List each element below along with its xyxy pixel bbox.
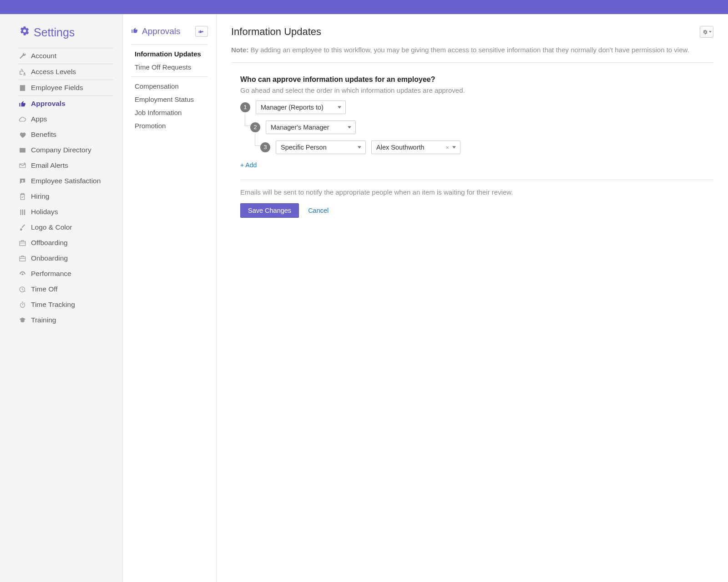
top-bar: [0, 0, 728, 14]
approver-steps: 1 Manager (Reports to) 2 Manager's Manag…: [240, 100, 713, 154]
chevron-down-icon: [348, 126, 351, 128]
form-icon: [18, 84, 26, 92]
sidebar-item-access-levels[interactable]: Access Levels: [18, 64, 113, 80]
sidebar-item-approvals[interactable]: Approvals: [18, 96, 113, 111]
cloud-icon: [18, 115, 26, 123]
app-container: Settings Account Access Levels Employee …: [0, 14, 728, 582]
sidebar-item-offboarding[interactable]: Offboarding: [18, 235, 113, 251]
clock-minus-icon: [18, 285, 26, 293]
sidebar-item-label: Performance: [31, 270, 71, 278]
sidebar-item-label: Benefits: [31, 130, 56, 139]
subnav-item-job-information[interactable]: Job Information: [131, 106, 208, 119]
gear-icon: [702, 29, 708, 35]
sidebar-group-main: Approvals Apps Benefits Company Director…: [18, 95, 113, 328]
calendar-columns-icon: [18, 208, 26, 216]
select-value: Manager's Manager: [271, 124, 329, 131]
chevron-down-icon: [358, 146, 361, 148]
stopwatch-icon: [18, 301, 26, 309]
sidebar-item-label: Access Levels: [31, 68, 76, 76]
settings-heading-text: Settings: [34, 26, 75, 39]
sidebar-item-label: Employee Fields: [31, 84, 83, 92]
step-number-badge: 3: [260, 142, 270, 152]
svg-point-1: [20, 303, 25, 307]
sidebar-item-logo-color[interactable]: Logo & Color: [18, 220, 113, 235]
page-title: Information Updates: [231, 26, 321, 38]
subnav-title-text: Approvals: [142, 26, 181, 36]
sidebar-item-hiring[interactable]: Hiring: [18, 189, 113, 204]
subnav-header: Approvals: [131, 26, 208, 37]
question-subtitle: Go ahead and select the order in which i…: [240, 86, 713, 94]
sidebar-item-label: Time Off: [31, 285, 58, 293]
sidebar-item-training[interactable]: Training: [18, 312, 113, 328]
step-number-badge: 1: [240, 102, 250, 112]
clipboard-check-icon: [18, 192, 26, 201]
note-text: Note: By adding an employee to this work…: [231, 45, 713, 63]
workflow-config: Who can approve information updates for …: [231, 75, 713, 218]
chat-heart-icon: [18, 177, 26, 185]
sidebar-item-label: Approvals: [31, 100, 66, 108]
sidebar-item-label: Onboarding: [31, 254, 68, 262]
paintbrush-icon: [18, 223, 26, 231]
approver-type-select[interactable]: Specific Person: [276, 140, 366, 154]
thumbs-up-icon: [131, 26, 138, 36]
sidebar-group-access: Access Levels: [18, 64, 113, 80]
sidebar-item-time-off[interactable]: Time Off: [18, 281, 113, 297]
approver-step-2: 2 Manager's Manager: [250, 120, 713, 134]
main-header: Information Updates: [231, 26, 713, 38]
main-content: Information Updates Note: By adding an e…: [217, 14, 728, 582]
approver-type-select[interactable]: Manager's Manager: [266, 120, 356, 134]
save-button[interactable]: Save Changes: [240, 203, 299, 218]
specific-person-select[interactable]: Alex Southworth ×: [371, 140, 460, 154]
thumbs-up-icon: [18, 100, 26, 108]
add-approval-button[interactable]: [195, 26, 208, 37]
cancel-link[interactable]: Cancel: [308, 207, 329, 214]
wrench-icon: [18, 52, 26, 60]
sidebar-item-holidays[interactable]: Holidays: [18, 204, 113, 220]
sidebar-settings: Settings Account Access Levels Employee …: [0, 14, 123, 582]
sidebar-item-employee-satisfaction[interactable]: Employee Satisfaction: [18, 173, 113, 189]
sidebar-item-employee-fields[interactable]: Employee Fields: [18, 80, 113, 95]
approver-step-3: 3 Specific Person Alex Southworth ×: [260, 140, 713, 154]
sidebar-item-company-directory[interactable]: Company Directory: [18, 142, 113, 158]
sidebar-item-benefits[interactable]: Benefits: [18, 127, 113, 142]
subnav-item-promotion[interactable]: Promotion: [131, 119, 208, 132]
grad-cap-icon: [18, 316, 26, 324]
subnav-item-time-off-requests[interactable]: Time Off Requests: [131, 60, 208, 74]
form-actions: Save Changes Cancel: [240, 203, 713, 218]
sidebar-item-performance[interactable]: Performance: [18, 266, 113, 281]
settings-heading: Settings: [18, 25, 113, 40]
sidebar-item-email-alerts[interactable]: Email Alerts: [18, 158, 113, 173]
approver-type-select[interactable]: Manager (Reports to): [256, 100, 346, 114]
chevron-down-icon: [709, 31, 712, 33]
step-number-badge: 2: [250, 122, 260, 132]
id-card-icon: [18, 146, 26, 154]
sidebar-item-apps[interactable]: Apps: [18, 111, 113, 127]
briefcase-icon: [18, 254, 26, 262]
subnav-item-employment-status[interactable]: Employment Status: [131, 93, 208, 106]
gears-icon: [18, 25, 30, 40]
sidebar-item-label: Apps: [31, 115, 47, 123]
select-value: Specific Person: [281, 144, 327, 151]
clear-icon[interactable]: ×: [445, 144, 449, 151]
sidebar-item-label: Email Alerts: [31, 161, 68, 170]
chevron-down-icon: [452, 146, 456, 148]
briefcase-icon: [18, 239, 26, 247]
email-note: Emails will be sent to notify the approp…: [240, 188, 713, 196]
select-value: Manager (Reports to): [261, 104, 324, 111]
gauge-icon: [18, 270, 26, 278]
sidebar-group-fields: Employee Fields: [18, 80, 113, 95]
sidebar-item-label: Employee Satisfaction: [31, 177, 101, 185]
sidebar-item-account[interactable]: Account: [18, 48, 113, 64]
page-settings-button[interactable]: [700, 26, 713, 38]
sidebar-item-label: Holidays: [31, 208, 58, 216]
lock-user-icon: [18, 68, 26, 76]
sidebar-item-label: Training: [31, 316, 56, 324]
subnav-item-compensation[interactable]: Compensation: [131, 80, 208, 93]
heart-icon: [18, 130, 26, 139]
thumbs-up-plus-icon: [198, 29, 205, 34]
subnav-item-information-updates[interactable]: Information Updates: [131, 47, 208, 60]
sidebar-item-label: Logo & Color: [31, 223, 72, 231]
add-step-link[interactable]: + Add: [240, 161, 257, 169]
sidebar-item-onboarding[interactable]: Onboarding: [18, 251, 113, 266]
sidebar-item-time-tracking[interactable]: Time Tracking: [18, 297, 113, 312]
